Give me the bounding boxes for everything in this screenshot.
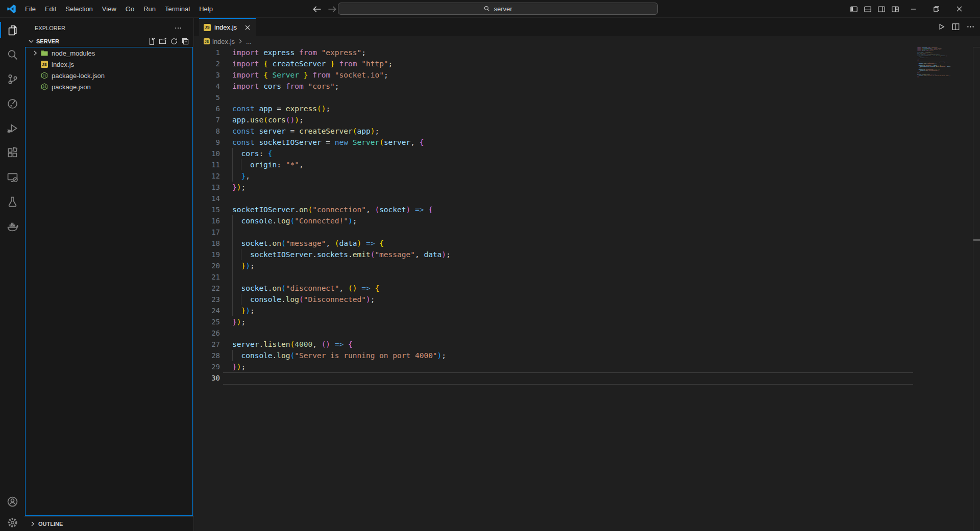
code-editor[interactable]: 1import express from "express";2import {… — [194, 47, 980, 531]
code-line-17[interactable]: 17 — [194, 226, 980, 238]
code-line-14[interactable]: 14 — [194, 193, 980, 204]
line-number: 14 — [194, 193, 220, 204]
overview-ruler-border — [973, 47, 973, 531]
code-line-8[interactable]: 8const server = createServer(app); — [194, 125, 980, 137]
menu-item-terminal[interactable]: Terminal — [160, 4, 194, 15]
code-line-2[interactable]: 2import { createServer } from "http"; — [194, 58, 980, 69]
minimize-button[interactable] — [902, 0, 925, 18]
new-folder-icon[interactable] — [159, 37, 167, 45]
restore-button[interactable] — [925, 0, 948, 18]
code-line-10[interactable]: 10 cors: { — [194, 148, 980, 159]
code-line-25[interactable]: 25}); — [194, 316, 980, 327]
menu-item-help[interactable]: Help — [194, 4, 217, 15]
code-line-23[interactable]: 23 console.log("Disconnected"); — [194, 294, 980, 305]
activity-item-docker[interactable] — [0, 214, 24, 238]
layout-sidebar-right-button[interactable] — [874, 0, 888, 18]
code-line-16[interactable]: 16 console.log("Connected!"); — [194, 215, 980, 226]
line-content: }); — [232, 182, 246, 193]
activity-item-testing[interactable] — [0, 189, 24, 214]
code-line-3[interactable]: 3import { Server } from "socket.io"; — [194, 69, 980, 81]
docker-icon — [7, 220, 18, 232]
activity-item-settings[interactable] — [0, 510, 24, 531]
refresh-icon[interactable] — [170, 37, 178, 45]
menu-item-file[interactable]: File — [20, 4, 40, 15]
minimap[interactable]: import express from "express";import { c… — [914, 47, 973, 251]
activity-item-source-control[interactable] — [0, 67, 24, 91]
code-line-18[interactable]: 18 socket.on("message", (data) => { — [194, 238, 980, 249]
line-number: 12 — [194, 170, 220, 182]
code-line-15[interactable]: 15socketIOServer.on("connection", (socke… — [194, 204, 980, 215]
layout-sidebar-left-button[interactable] — [847, 0, 861, 18]
code-line-5[interactable]: 5 — [194, 92, 980, 103]
activity-bar — [0, 18, 24, 531]
section-header-server[interactable]: SERVER — [24, 36, 193, 47]
code-line-11[interactable]: 11 origin: "*", — [194, 159, 980, 170]
indent-guide — [232, 226, 233, 238]
code-line-22[interactable]: 22 socket.on("disconnect", () => { — [194, 283, 980, 294]
code-line-30[interactable]: 30 — [194, 372, 980, 384]
menu-item-selection[interactable]: Selection — [61, 4, 97, 15]
menu-item-run[interactable]: Run — [139, 4, 160, 15]
line-number: 24 — [194, 305, 220, 316]
code-line-29[interactable]: 29}); — [194, 361, 980, 372]
code-line-28[interactable]: 28 console.log("Server is running on por… — [194, 350, 980, 361]
tree-item-package.json[interactable]: JSpackage.json — [26, 81, 192, 92]
explorer-sidebar: EXPLORER SERVER node_modulesJSindex.jsJS… — [24, 18, 194, 531]
menu-item-go[interactable]: Go — [121, 4, 139, 15]
code-line-7[interactable]: 7app.use(cors()); — [194, 114, 980, 125]
layout-panel-button[interactable] — [861, 0, 874, 18]
code-line-26[interactable]: 26 — [194, 327, 980, 339]
code-line-21[interactable]: 21 — [194, 271, 980, 283]
section-actions — [148, 37, 189, 45]
breadcrumb-more[interactable]: ... — [246, 38, 252, 45]
close-tab-icon[interactable] — [243, 23, 252, 32]
layout-customize-button[interactable] — [888, 0, 902, 18]
activity-item-run-debug[interactable] — [0, 116, 24, 140]
breadcrumb-file[interactable]: index.js — [212, 38, 235, 45]
tab-indexjs[interactable]: JS index.js — [199, 18, 256, 36]
code-line-24[interactable]: 24 }); — [194, 305, 980, 316]
outline-section[interactable]: OUTLINE — [24, 516, 193, 531]
code-line-4[interactable]: 4import cors from "cors"; — [194, 81, 980, 92]
line-content: }); — [232, 361, 246, 372]
code-line-9[interactable]: 9const socketIOServer = new Server(serve… — [194, 137, 980, 148]
line-content: const socketIOServer = new Server(server… — [232, 137, 424, 148]
code-line-1[interactable]: 1import express from "express"; — [194, 47, 980, 58]
code-line-12[interactable]: 12 }, — [194, 170, 980, 182]
code-line-6[interactable]: 6const app = express(); — [194, 103, 980, 114]
run-icon[interactable] — [937, 22, 945, 31]
menu-item-view[interactable]: View — [97, 4, 121, 15]
new-file-icon[interactable] — [148, 37, 156, 45]
activity-item-extensions[interactable] — [0, 140, 24, 165]
activity-item-remote-explorer[interactable] — [0, 165, 24, 189]
activity-item-explorer[interactable] — [0, 18, 24, 42]
code-line-27[interactable]: 27server.listen(4000, () => { — [194, 339, 980, 350]
more-icon[interactable] — [966, 22, 975, 31]
tab-bar: JS index.js — [194, 18, 980, 36]
line-content: }); — [232, 316, 246, 327]
tree-item-node_modules[interactable]: node_modules — [26, 47, 192, 59]
line-number: 3 — [194, 69, 220, 81]
tree-item-package-lock.json[interactable]: JSpackage-lock.json — [26, 70, 192, 81]
explorer-more-icon[interactable] — [174, 24, 182, 32]
line-number: 29 — [194, 361, 220, 372]
command-center-search[interactable]: server — [338, 3, 658, 15]
menu-item-edit[interactable]: Edit — [40, 4, 61, 15]
twisty-spacer — [31, 71, 39, 80]
activity-item-search[interactable] — [0, 42, 24, 67]
code-line-13[interactable]: 13}); — [194, 182, 980, 193]
collapse-all-icon[interactable] — [181, 37, 189, 45]
split-editor-icon[interactable] — [951, 22, 960, 31]
back-arrow-icon[interactable] — [311, 4, 323, 15]
search-icon — [483, 5, 491, 12]
tree-item-index.js[interactable]: JSindex.js — [26, 59, 192, 70]
close-button[interactable] — [948, 0, 971, 18]
activity-item-circle-orbit[interactable] — [0, 91, 24, 116]
chevron-right-icon — [29, 520, 37, 528]
line-number: 19 — [194, 249, 220, 260]
code-line-19[interactable]: 19 socketIOServer.sockets.emit("message"… — [194, 249, 980, 260]
line-number: 8 — [194, 125, 220, 137]
forward-arrow-icon[interactable] — [327, 4, 338, 15]
line-number: 11 — [194, 159, 220, 170]
code-line-20[interactable]: 20 }); — [194, 260, 980, 271]
